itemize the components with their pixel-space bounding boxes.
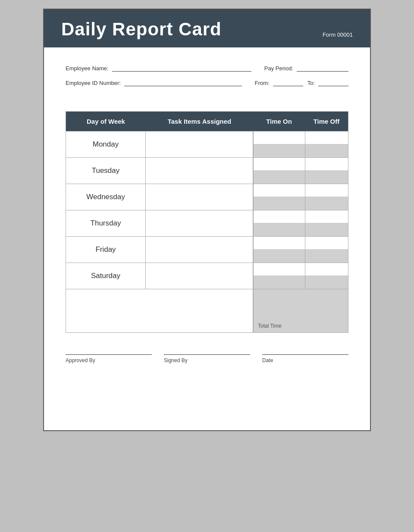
table-row: Wednesday: [66, 184, 348, 210]
day-saturday: Saturday: [66, 263, 146, 289]
signed-by-line[interactable]: [164, 354, 250, 355]
from-label: From:: [255, 80, 270, 86]
time-off-wednesday-1[interactable]: [305, 184, 348, 197]
signed-by-block: Signed By: [164, 354, 250, 363]
time-off-tuesday-2[interactable]: [305, 171, 348, 184]
total-time-area: Total Time: [253, 289, 348, 332]
task-tuesday[interactable]: [146, 158, 253, 184]
date-label: Date: [262, 357, 273, 363]
task-saturday[interactable]: [146, 263, 253, 289]
header-time-on: Time On: [253, 112, 305, 131]
to-label: To:: [307, 80, 315, 86]
time-off-saturday-2[interactable]: [305, 276, 348, 289]
employee-name-row: Employee Name: Pay Period:: [66, 65, 348, 72]
approved-by-block: Approved By: [66, 354, 152, 363]
form-number: Form 00001: [323, 31, 353, 40]
employee-id-label: Employee ID Number:: [66, 80, 121, 86]
time-on-monday-1[interactable]: [253, 131, 305, 144]
total-time-label: Total Time: [258, 323, 344, 329]
total-time-row: Total Time: [66, 289, 348, 332]
task-thursday[interactable]: [146, 210, 253, 236]
pay-period-label: Pay Period:: [264, 65, 293, 72]
day-wednesday: Wednesday: [66, 184, 146, 210]
time-on-tuesday-1[interactable]: [253, 158, 305, 171]
date-line[interactable]: [262, 354, 348, 355]
day-monday: Monday: [66, 131, 146, 157]
page-title: Daily Report Card: [61, 19, 222, 40]
employee-name-label: Employee Name:: [66, 65, 109, 72]
time-on-friday-2[interactable]: [253, 250, 305, 263]
time-off-friday-2[interactable]: [305, 250, 348, 263]
total-notes-area[interactable]: [66, 289, 253, 332]
task-friday[interactable]: [146, 237, 253, 263]
approved-by-line[interactable]: [66, 354, 152, 355]
date-block: Date: [262, 354, 348, 363]
time-off-saturday-1[interactable]: [305, 263, 348, 276]
time-on-monday-2[interactable]: [253, 144, 305, 157]
time-on-tuesday-2[interactable]: [253, 171, 305, 184]
employee-name-line[interactable]: [112, 65, 251, 72]
table-row: Thursday: [66, 210, 348, 236]
table-row: Friday: [66, 236, 348, 263]
time-off-thursday-1[interactable]: [305, 210, 348, 223]
time-on-thursday-1[interactable]: [253, 210, 305, 223]
header-day-of-week: Day of Week: [66, 112, 146, 131]
task-monday[interactable]: [146, 131, 253, 157]
day-friday: Friday: [66, 237, 146, 263]
table-row: Tuesday: [66, 157, 348, 184]
employee-id-row: Employee ID Number: From: To:: [66, 79, 348, 86]
time-off-monday-2[interactable]: [305, 144, 348, 157]
time-on-saturday-2[interactable]: [253, 276, 305, 289]
time-on-wednesday-2[interactable]: [253, 197, 305, 210]
table-header: Day of Week Task Items Assigned Time On …: [66, 112, 348, 131]
daily-report-card: Daily Report Card Form 00001 Employee Na…: [43, 9, 371, 431]
time-on-saturday-1[interactable]: [253, 263, 305, 276]
approved-by-label: Approved By: [66, 357, 95, 363]
employee-info-section: Employee Name: Pay Period: Employee ID N…: [44, 47, 370, 107]
signature-section: Approved By Signed By Date: [44, 333, 370, 376]
pay-period-line[interactable]: [297, 65, 348, 72]
header-time-off: Time Off: [305, 112, 348, 131]
time-off-monday-1[interactable]: [305, 131, 348, 144]
time-off-tuesday-1[interactable]: [305, 158, 348, 171]
task-wednesday[interactable]: [146, 184, 253, 210]
signed-by-label: Signed By: [164, 357, 188, 363]
table-row: Saturday: [66, 263, 348, 289]
to-line[interactable]: [318, 79, 348, 86]
employee-id-line[interactable]: [124, 79, 242, 86]
time-off-thursday-2[interactable]: [305, 223, 348, 236]
time-off-wednesday-2[interactable]: [305, 197, 348, 210]
day-tuesday: Tuesday: [66, 158, 146, 184]
time-on-thursday-2[interactable]: [253, 223, 305, 236]
from-line[interactable]: [273, 79, 303, 86]
header-bar: Daily Report Card Form 00001: [44, 9, 370, 47]
time-on-wednesday-1[interactable]: [253, 184, 305, 197]
header-task-items: Task Items Assigned: [146, 112, 253, 131]
schedule-table: Day of Week Task Items Assigned Time On …: [66, 111, 348, 333]
table-row: Monday: [66, 131, 348, 157]
time-on-friday-1[interactable]: [253, 237, 305, 250]
time-off-friday-1[interactable]: [305, 237, 348, 250]
schedule-table-section: Day of Week Task Items Assigned Time On …: [44, 111, 370, 333]
day-thursday: Thursday: [66, 210, 146, 236]
